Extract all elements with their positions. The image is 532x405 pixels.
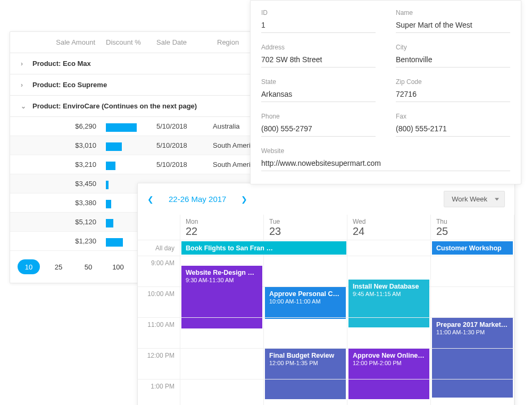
field-state[interactable]: State Arkansas bbox=[261, 78, 376, 102]
time-slot[interactable] bbox=[347, 349, 431, 379]
label-state: State bbox=[261, 78, 376, 86]
value-address[interactable]: 702 SW 8th Street bbox=[261, 55, 376, 68]
corner-cell bbox=[138, 215, 180, 240]
time-slot[interactable]: Prepare 2017 Market…11:00 AM-1:30 PM bbox=[431, 256, 514, 287]
time-label: 10:00 AM bbox=[138, 287, 180, 318]
time-slot[interactable] bbox=[431, 379, 514, 405]
time-slot[interactable]: Approve Personal Co…10:00 AM-11:00 AMFin… bbox=[264, 256, 347, 287]
col-discount[interactable]: Discount % bbox=[106, 38, 156, 46]
day-header[interactable]: Tue23 bbox=[264, 215, 347, 240]
scheduler: ❮ 22-26 May 2017 ❯ Work Week Mon22Tue23W… bbox=[137, 183, 515, 405]
page-size-100[interactable]: 100 bbox=[107, 259, 129, 274]
value-zip[interactable]: 72716 bbox=[396, 90, 510, 102]
time-slot[interactable] bbox=[264, 287, 347, 318]
value-city[interactable]: Bentonville bbox=[396, 55, 510, 68]
date-range-label[interactable]: 22-26 May 2017 bbox=[169, 195, 226, 204]
dow-label: Tue bbox=[269, 218, 280, 225]
time-slot[interactable] bbox=[180, 379, 264, 405]
time-slot[interactable] bbox=[264, 349, 347, 379]
day-header[interactable]: Thu25 bbox=[431, 215, 514, 240]
time-label: 1:00 PM bbox=[138, 379, 180, 405]
group-label: Product: Eco Max bbox=[32, 60, 91, 68]
value-website[interactable]: http://www.nowebsitesupermart.com bbox=[261, 159, 510, 171]
time-slot[interactable] bbox=[347, 318, 431, 349]
appointment-title: Website Re-Design P… bbox=[186, 269, 258, 276]
time-slot[interactable]: Install New Database9:45 AM-11:15 AMAppr… bbox=[347, 256, 431, 287]
form-panel: ID 1 Name Super Mart of the West Address… bbox=[250, 0, 521, 184]
cell-amount: $1,230 bbox=[10, 237, 106, 245]
time-label: 9:00 AM bbox=[138, 256, 180, 287]
prev-range-button[interactable]: ❮ bbox=[147, 195, 154, 204]
col-sale-date[interactable]: Sale Date bbox=[156, 38, 210, 46]
day-number: 22 bbox=[186, 225, 263, 237]
allday-cell[interactable] bbox=[264, 240, 347, 256]
label-website: Website bbox=[261, 147, 510, 155]
label-phone: Phone bbox=[261, 113, 376, 120]
time-slot[interactable] bbox=[180, 287, 264, 318]
dow-label: Thu bbox=[436, 218, 447, 225]
time-slot[interactable] bbox=[431, 349, 514, 379]
cell-amount: $3,210 bbox=[10, 161, 106, 168]
time-slot[interactable]: Website Re-Design P…9:30 AM-11:30 AM bbox=[180, 256, 264, 287]
next-range-button[interactable]: ❯ bbox=[241, 195, 247, 204]
field-city[interactable]: City Bentonville bbox=[396, 44, 510, 68]
cell-discount bbox=[106, 121, 156, 132]
label-zip: Zip Code bbox=[396, 78, 510, 86]
day-number: 23 bbox=[269, 225, 347, 237]
day-number: 25 bbox=[436, 225, 514, 237]
view-selector[interactable]: Work Week bbox=[444, 191, 505, 207]
cell-discount bbox=[106, 140, 156, 151]
field-id[interactable]: ID 1 bbox=[261, 9, 376, 33]
value-id[interactable]: 1 bbox=[261, 21, 376, 33]
group-label: Product: Eco Supreme bbox=[32, 81, 107, 89]
scheduler-toolbar: ❮ 22-26 May 2017 ❯ Work Week bbox=[138, 183, 514, 215]
appointment-time: 9:30 AM-11:30 AM bbox=[186, 277, 234, 283]
value-fax[interactable]: (800) 555-2171 bbox=[396, 124, 510, 137]
chevron-right-icon[interactable]: › bbox=[21, 60, 32, 68]
value-state[interactable]: Arkansas bbox=[261, 90, 376, 102]
field-fax[interactable]: Fax (800) 555-2171 bbox=[396, 113, 510, 137]
allday-label: All day bbox=[138, 240, 180, 256]
scheduler-grid: Mon22Tue23Wed24Thu25All dayBook Flights … bbox=[138, 215, 514, 405]
col-sale-amount[interactable]: Sale Amount bbox=[37, 38, 106, 46]
field-name[interactable]: Name Super Mart of the West bbox=[396, 9, 510, 33]
label-address: Address bbox=[261, 44, 376, 51]
allday-cell[interactable]: Customer Workshop bbox=[431, 240, 514, 256]
dow-label: Mon bbox=[186, 218, 198, 225]
chevron-right-icon[interactable]: › bbox=[21, 81, 32, 89]
day-header[interactable]: Wed24 bbox=[347, 215, 431, 240]
field-phone[interactable]: Phone (800) 555-2797 bbox=[261, 113, 376, 137]
time-slot[interactable] bbox=[431, 287, 514, 318]
appointment[interactable]: Customer Workshop bbox=[432, 241, 513, 255]
page-size-25[interactable]: 25 bbox=[47, 259, 70, 274]
time-slot[interactable] bbox=[347, 287, 431, 318]
cell-amount: $3,380 bbox=[10, 199, 106, 207]
time-slot[interactable] bbox=[180, 318, 264, 349]
time-slot[interactable] bbox=[264, 318, 347, 349]
cell-amount: $6,290 bbox=[10, 122, 106, 130]
time-slot[interactable] bbox=[347, 379, 431, 405]
value-name[interactable]: Super Mart of the West bbox=[396, 21, 510, 33]
field-zip[interactable]: Zip Code 72716 bbox=[396, 78, 510, 102]
time-slot[interactable] bbox=[431, 318, 514, 349]
page-size-10[interactable]: 10 bbox=[18, 259, 40, 274]
label-fax: Fax bbox=[396, 113, 510, 120]
label-city: City bbox=[396, 44, 510, 51]
field-address[interactable]: Address 702 SW 8th Street bbox=[261, 44, 376, 68]
allday-cell[interactable]: Book Flights to San Fran … bbox=[180, 240, 264, 256]
view-selector-value: Work Week bbox=[452, 195, 487, 203]
day-header[interactable]: Mon22 bbox=[180, 215, 264, 240]
time-slot[interactable] bbox=[180, 349, 264, 379]
group-label: Product: EnviroCare (Continues on the ne… bbox=[32, 102, 197, 110]
cell-amount: $5,120 bbox=[10, 218, 106, 226]
allday-cell[interactable] bbox=[347, 240, 431, 256]
value-phone[interactable]: (800) 555-2797 bbox=[261, 124, 376, 137]
dow-label: Wed bbox=[353, 218, 365, 225]
field-website[interactable]: Website http://www.nowebsitesupermart.co… bbox=[261, 147, 510, 171]
label-name: Name bbox=[396, 9, 510, 16]
chevron-down-icon[interactable]: ⌄ bbox=[21, 103, 32, 110]
cell-date: 5/10/2018 bbox=[156, 141, 210, 149]
page-size-50[interactable]: 50 bbox=[77, 259, 99, 274]
time-slot[interactable] bbox=[264, 379, 347, 405]
cell-date: 5/10/2018 bbox=[156, 122, 210, 130]
